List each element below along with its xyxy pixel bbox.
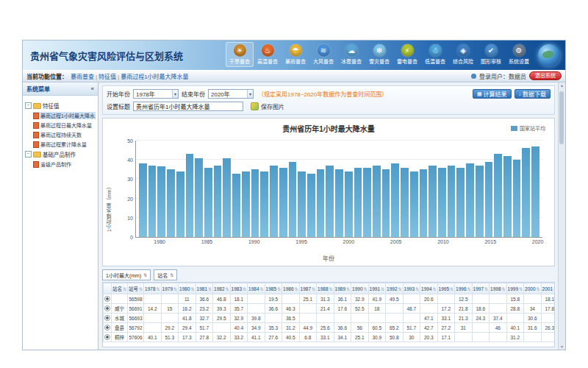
start-year-select[interactable]: 1978年 ▾: [133, 89, 179, 99]
calc-result-button[interactable]: ▦ 计算结果: [473, 89, 512, 99]
column-header[interactable]: 1987⇅: [299, 283, 317, 294]
sort-icon[interactable]: ⇅: [553, 287, 555, 291]
column-header[interactable]: 1986⇅: [282, 283, 300, 294]
sort-icon[interactable]: ⇅: [450, 287, 453, 291]
sidebar-item[interactable]: 暴雨过程持续天数: [33, 131, 96, 138]
nav-item[interactable]: ☀干旱普查: [226, 42, 254, 67]
x-tick-label: 1980: [154, 239, 165, 244]
nav-item[interactable]: ☁冰雹普查: [337, 42, 365, 67]
row-radio[interactable]: [104, 325, 110, 330]
breadcrumb-segment[interactable]: 特征值: [98, 74, 116, 80]
column-header[interactable]: 1983⇅: [230, 283, 248, 294]
sort-icon[interactable]: ⇅: [295, 287, 298, 291]
nav-item[interactable]: ⚙系统设置: [505, 42, 533, 67]
column-header[interactable]: 1994⇅: [420, 283, 438, 294]
sidebar-item[interactable]: 暴雨过程累计降水量: [33, 141, 96, 148]
sort-icon[interactable]: ⇅: [519, 287, 523, 291]
row-radio[interactable]: [104, 315, 110, 321]
sort-icon[interactable]: ⇅: [415, 287, 419, 291]
sort-icon[interactable]: ⇅: [260, 287, 264, 291]
column-header[interactable]: 1992⇅: [386, 283, 404, 294]
sidebar-collapse-icon[interactable]: «: [91, 85, 94, 92]
column-header[interactable]: 1984⇅: [248, 283, 265, 294]
column-header[interactable]: 1997⇅: [472, 283, 490, 294]
save-image-button[interactable]: 保存图片: [251, 102, 284, 110]
sidebar-group[interactable]: −基础产品制作: [25, 150, 96, 158]
vertical-scrollbar[interactable]: [558, 82, 565, 350]
column-header[interactable]: 2000⇅: [524, 283, 542, 294]
column-header[interactable]: 1985⇅: [265, 283, 282, 294]
sort-icon[interactable]: ⇅: [433, 287, 437, 291]
sidebar-item[interactable]: 省级产品制作: [33, 160, 96, 168]
breadcrumb-segment[interactable]: 暴雨普查: [71, 74, 94, 80]
column-header[interactable]: 1989⇅: [334, 283, 351, 294]
sort-icon[interactable]: ⇅: [139, 287, 143, 291]
row-radio[interactable]: [104, 334, 110, 340]
data-download-button[interactable]: ↓ 数据下载: [514, 89, 551, 99]
column-header[interactable]: 1982⇅: [213, 283, 231, 294]
chart-bar: [513, 160, 521, 237]
column-header[interactable]: 1981⇅: [196, 283, 213, 294]
column-header[interactable]: 1993⇅: [403, 283, 420, 294]
sort-icon[interactable]: ⇅: [277, 287, 281, 291]
breadcrumb-segment[interactable]: 暴雨过程1小时最大降水量: [121, 74, 188, 80]
expander-icon[interactable]: −: [25, 102, 32, 109]
chart-bar: [167, 169, 175, 237]
chart-title-input[interactable]: 贵州省历年1小时最大降水量: [133, 102, 243, 111]
sort-icon[interactable]: ⇅: [537, 287, 540, 291]
column-header[interactable]: 1988⇅: [317, 283, 334, 294]
sidebar-item[interactable]: 暴雨过程日最大降水量: [33, 121, 96, 129]
nav-item[interactable]: ✔图形审核: [477, 42, 505, 67]
logout-button[interactable]: 退出系统: [529, 71, 562, 80]
value-cell: 36.6: [265, 304, 282, 314]
nav-item[interactable]: ☂暴雨普查: [282, 42, 309, 67]
column-header[interactable]: 1998⇅: [490, 283, 507, 294]
nav-item[interactable]: ❄雪灾普查: [365, 42, 393, 67]
sort-icon[interactable]: ⇅: [329, 287, 333, 291]
column-header[interactable]: 1990⇅: [351, 283, 369, 294]
sort-icon[interactable]: ⇅: [467, 287, 471, 291]
column-header[interactable]: 1980⇅: [179, 283, 196, 294]
sort-icon[interactable]: ⇅: [243, 287, 246, 291]
row-radio[interactable]: [104, 296, 110, 302]
end-year-select[interactable]: 2020年 ▾: [208, 89, 254, 99]
column-header[interactable]: 站名⇅: [112, 283, 128, 294]
column-header[interactable]: 1995⇅: [437, 283, 455, 294]
sort-icon[interactable]: ⇅: [484, 287, 488, 291]
sidebar-item[interactable]: 暴雨过程1小时最大降水量: [33, 112, 96, 119]
value-cell: [472, 333, 490, 342]
column-header[interactable]: 1999⇅: [506, 283, 524, 294]
sort-icon[interactable]: ⇅: [398, 287, 402, 291]
sort-icon[interactable]: ⇅: [191, 287, 195, 291]
column-header[interactable]: 2001⇅: [541, 283, 555, 294]
sort-icon[interactable]: ⇅: [123, 287, 126, 291]
column-header[interactable]: 站号⇅: [128, 283, 144, 294]
nav-item[interactable]: ≋大风普查: [309, 42, 337, 67]
sort-icon[interactable]: ⇅: [346, 287, 350, 291]
expander-icon[interactable]: −: [25, 151, 32, 158]
sort-icon[interactable]: ⇅: [173, 287, 177, 291]
sort-icon[interactable]: ⇅: [226, 287, 229, 291]
folder-icon: [33, 103, 41, 109]
column-header[interactable]: 1996⇅: [455, 283, 473, 294]
value-filter[interactable]: 1小时最大(mm) ⇅: [102, 269, 151, 280]
nav-item[interactable]: ♨高温普查: [254, 42, 282, 67]
sort-icon[interactable]: ⇅: [208, 287, 212, 291]
sort-icon[interactable]: ⇅: [502, 287, 506, 291]
column-header[interactable]: 1979⇅: [161, 283, 179, 294]
sort-icon[interactable]: ⇅: [157, 287, 160, 291]
sort-icon[interactable]: ⇅: [364, 287, 368, 291]
sort-icon[interactable]: ⇅: [312, 287, 315, 291]
scrollbar-thumb[interactable]: [559, 91, 564, 144]
value-cell: 26.3: [541, 323, 555, 333]
nav-item[interactable]: ☃低温普查: [421, 42, 449, 67]
nav-item[interactable]: ◈综合风险: [449, 42, 477, 67]
row-radio[interactable]: [104, 305, 110, 311]
sidebar-item-label: 暴雨过程累计降水量: [40, 141, 87, 148]
station-filter[interactable]: 站名 ⇅: [154, 269, 177, 280]
column-header[interactable]: 1978⇅: [144, 283, 162, 294]
sort-icon[interactable]: ⇅: [381, 287, 384, 291]
column-header[interactable]: 1991⇅: [368, 283, 386, 294]
nav-item[interactable]: ⚡雷电普查: [393, 42, 421, 67]
sidebar-group[interactable]: −特征值: [25, 102, 96, 110]
